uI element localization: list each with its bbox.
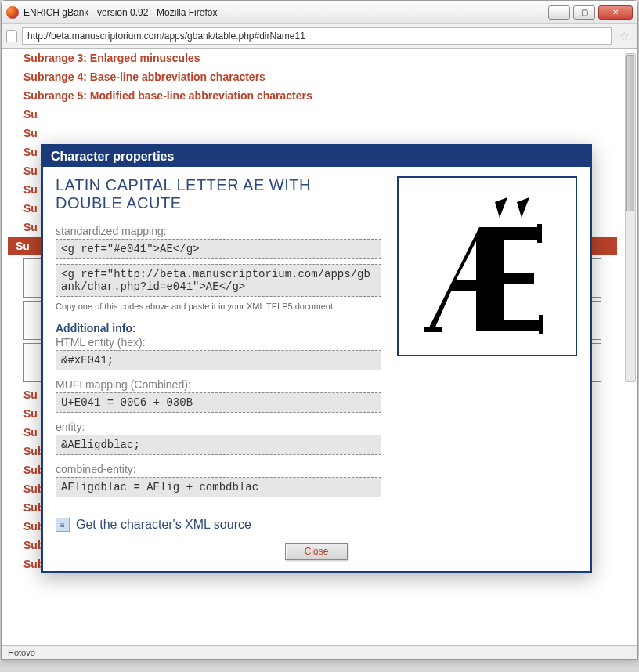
html-entity-label: HTML entity (hex): bbox=[56, 336, 381, 349]
xml-file-icon: ≡ bbox=[56, 518, 70, 532]
combined-entity-value[interactable]: AEligdblac = AElig + combdblac bbox=[56, 477, 381, 497]
minimize-button[interactable]: — bbox=[548, 5, 570, 20]
additional-info-heading: Additional info: bbox=[56, 322, 381, 334]
page-scrollbar[interactable] bbox=[625, 53, 636, 382]
subrange-item[interactable]: Subrange 4: Base-line abbreviation chara… bbox=[8, 67, 617, 86]
status-bar: Hotovo bbox=[2, 645, 637, 659]
get-xml-source-link[interactable]: Get the character's XML source bbox=[76, 518, 251, 532]
svg-rect-1 bbox=[537, 224, 542, 243]
mufi-mapping-label: MUFI mapping (Combined): bbox=[56, 378, 381, 391]
dialog-body: LATIN CAPITAL LETTER AE WITH DOUBLE ACUT… bbox=[43, 167, 590, 510]
address-bar-row: ☆ bbox=[2, 24, 637, 49]
dialog-header: Character properties bbox=[43, 146, 590, 167]
character-name: LATIN CAPITAL LETTER AE WITH DOUBLE ACUT… bbox=[56, 176, 381, 212]
glyph-preview bbox=[397, 176, 577, 356]
info-column: LATIN CAPITAL LETTER AE WITH DOUBLE ACUT… bbox=[56, 176, 381, 502]
scrollbar-thumb[interactable] bbox=[626, 55, 634, 211]
character-properties-dialog: Character properties LATIN CAPITAL LETTE… bbox=[41, 144, 592, 573]
subrange-item[interactable]: Subrange 5: Modified base-line abbreviat… bbox=[8, 86, 617, 105]
svg-rect-2 bbox=[539, 315, 543, 334]
entity-value[interactable]: &AEligdblac; bbox=[56, 435, 381, 455]
mufi-mapping-value[interactable]: U+E041 = 00C6 + 030B bbox=[56, 392, 381, 413]
svg-rect-0 bbox=[424, 327, 442, 332]
code-ref-full[interactable]: <g ref="http://beta.manuscriptorium.com/… bbox=[56, 264, 381, 297]
xml-source-row: ≡ Get the character's XML source bbox=[43, 510, 590, 543]
code-ref-short[interactable]: <g ref="#e041">AE</g> bbox=[56, 239, 381, 259]
standardized-mapping-label: standardized mapping: bbox=[56, 225, 381, 237]
status-text: Hotovo bbox=[8, 648, 35, 657]
html-entity-value[interactable]: &#xE041; bbox=[56, 350, 381, 370]
address-input[interactable] bbox=[22, 27, 612, 45]
copy-note: Copy one of this codes above and paste i… bbox=[56, 302, 381, 311]
maximize-button[interactable]: ▢ bbox=[573, 5, 595, 20]
window-title: ENRICH gBank - version 0.92 - Mozilla Fi… bbox=[23, 7, 217, 18]
titlebar: ENRICH gBank - version 0.92 - Mozilla Fi… bbox=[2, 1, 637, 24]
subrange-item[interactable]: Subrange 3: Enlarged minuscules bbox=[8, 49, 617, 67]
window-controls: — ▢ ✕ bbox=[548, 5, 633, 20]
browser-window: ENRICH gBank - version 0.92 - Mozilla Fi… bbox=[1, 0, 638, 660]
close-dialog-button[interactable]: Close bbox=[285, 543, 348, 560]
combined-entity-label: combined-entity: bbox=[56, 463, 381, 475]
subrange-item[interactable]: Su bbox=[8, 105, 617, 124]
page-content: Subrange 3: Enlarged minusculesSubrange … bbox=[2, 49, 637, 659]
subrange-item[interactable]: Su bbox=[8, 124, 617, 143]
dialog-footer: Close bbox=[43, 543, 590, 571]
page-icon bbox=[6, 30, 17, 42]
firefox-icon bbox=[6, 6, 19, 19]
ae-glyph-icon bbox=[424, 196, 550, 337]
bookmark-star-icon[interactable]: ☆ bbox=[616, 30, 633, 42]
close-window-button[interactable]: ✕ bbox=[598, 5, 633, 20]
entity-label: entity: bbox=[56, 421, 381, 433]
title-left: ENRICH gBank - version 0.92 - Mozilla Fi… bbox=[6, 6, 217, 19]
